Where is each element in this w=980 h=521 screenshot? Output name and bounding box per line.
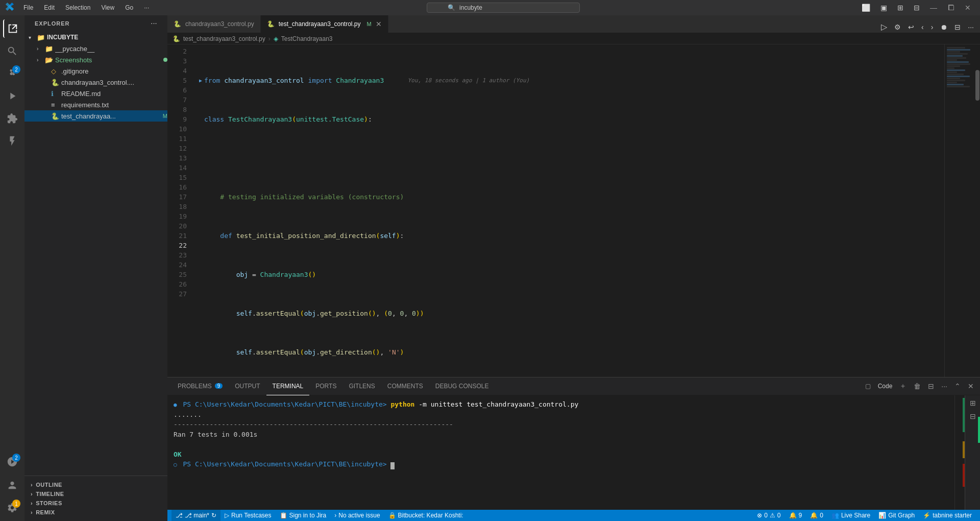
status-sign-in-jira[interactable]: 📋 Sign in to Jira	[276, 510, 331, 521]
folder-arrow-right: ›	[37, 46, 43, 52]
panel-tab-debug-console[interactable]: DEBUG CONSOLE	[429, 377, 495, 395]
menu-file[interactable]: File	[19, 3, 37, 12]
menu-more[interactable]: ···	[140, 3, 153, 12]
activity-run[interactable]	[3, 87, 21, 105]
minimize-button[interactable]: —	[926, 2, 941, 14]
code-line-6: def test_initial_position_and_direction(…	[197, 231, 944, 241]
menu-go[interactable]: Go	[121, 3, 137, 12]
tree-item-gitignore[interactable]: ◇ .gitignore	[24, 65, 167, 77]
status-tabnine[interactable]: ⚡ tabnine starter	[919, 510, 976, 521]
panel-maximize-icon[interactable]: ⌃	[952, 381, 963, 391]
status-run-testcases[interactable]: ▷ Run Testcases	[220, 510, 276, 521]
tree-item-pycache[interactable]: › 📁 __pycache__	[24, 43, 167, 54]
breadcrumb: 🐍 test_chandrayaan3_control.py › ◈ TestC…	[167, 33, 980, 44]
breadcrumb-file[interactable]: test_chandrayaan3_control.py	[183, 35, 265, 42]
menu-edit[interactable]: Edit	[40, 3, 59, 12]
tree-item-screenshots[interactable]: › 📂 Screenshots	[24, 54, 167, 65]
tree-item-requirements[interactable]: ≡ requirements.txt	[24, 99, 167, 110]
status-bitbucket[interactable]: 🔒 Bitbucket: Kedar Koshti:	[384, 510, 468, 521]
panel-tab-problems[interactable]: PROBLEMS 9	[172, 377, 229, 395]
kill-terminal-icon[interactable]: 🗑	[912, 381, 923, 391]
activity-remote[interactable]: 2	[3, 453, 21, 471]
stories-section[interactable]: › STORIES	[24, 499, 167, 508]
tree-item-readme[interactable]: ℹ README.md	[24, 88, 167, 99]
status-errors[interactable]: ⊗ 0 ⚠ 0	[753, 510, 785, 521]
panel-tab-problems-label: PROBLEMS	[178, 383, 212, 390]
activity-search[interactable]	[3, 42, 21, 60]
panel-side-btn-2[interactable]: ⊟	[967, 411, 978, 422]
terminal-line-1: ● PS C:\Users\Kedar\Documents\Kedar\PICT…	[174, 399, 948, 410]
activity-accounts[interactable]	[3, 476, 21, 494]
remix-section[interactable]: › REMIX	[24, 508, 167, 517]
status-live-share[interactable]: 👥 Live Share	[827, 510, 874, 521]
status-no-issue[interactable]: › No active issue	[330, 510, 384, 521]
settings-badge: 1	[12, 500, 20, 508]
sidebar-bottom: › OUTLINE › TIMELINE › STORIES › REMIX	[24, 476, 167, 521]
breadcrumb-class[interactable]: TestChandrayaan3	[281, 35, 333, 42]
maximize-button[interactable]: ⧠	[943, 2, 959, 14]
git-graph-icon: 📊	[878, 512, 886, 519]
menu-selection[interactable]: Selection	[61, 3, 94, 12]
panel-more-icon[interactable]: ···	[939, 381, 949, 391]
menu-view[interactable]: View	[97, 3, 118, 12]
tree-label-test-chandrayaan: test_chandrayaa...	[61, 112, 159, 120]
new-terminal-icon[interactable]: ＋	[897, 381, 909, 392]
forward-icon[interactable]: ›	[929, 22, 936, 32]
editor-scrollbar[interactable]	[975, 44, 980, 377]
panel-tab-output[interactable]: OUTPUT	[229, 377, 266, 395]
blame-line-2: You, 18 seconds ago | 1 author (You)	[394, 76, 529, 85]
outline-section[interactable]: › OUTLINE	[24, 480, 167, 489]
timeline-section[interactable]: › TIMELINE	[24, 489, 167, 499]
close-button[interactable]: ✕	[961, 2, 975, 14]
split-terminal-icon[interactable]: ⊟	[926, 381, 936, 391]
panel-close-icon[interactable]: ✕	[966, 381, 976, 391]
tab-test-chandrayaan3-control[interactable]: 🐍 test_chandrayaan3_control.py M ✕	[261, 15, 388, 33]
tree-root-folder[interactable]: ▾ 📁 INCUBYTE	[24, 32, 167, 43]
layout-toggle-4[interactable]: ⊟	[910, 2, 924, 14]
activity-extensions[interactable]	[3, 109, 21, 128]
tabs-bar: 🐍 chandrayaan3_control.py 🐍 test_chandra…	[167, 15, 980, 33]
panel-side-btn-1[interactable]: ⊞	[967, 397, 978, 409]
warning-icon: ⚠	[770, 512, 775, 519]
panel-content: ● PS C:\Users\Kedar\Documents\Kedar\PICT…	[167, 395, 980, 510]
debug-icon[interactable]: ⚙	[892, 22, 903, 32]
layout-toggle-2[interactable]: ▣	[876, 2, 891, 14]
tab-close-button[interactable]: ✕	[376, 20, 382, 28]
status-bell[interactable]: 🔔 0	[806, 510, 827, 521]
status-branch[interactable]: ⎇ ⎇ main* ↻	[172, 510, 220, 521]
editor-content: 2 3 4 5 6 7 8 9 10 11 12 13 14 15 16 17 …	[167, 44, 980, 377]
command-palette[interactable]: 🔍 incubyte	[427, 3, 580, 13]
activity-settings[interactable]: 1	[3, 499, 21, 517]
undo-icon[interactable]: ↩	[906, 22, 916, 32]
activity-source-control[interactable]: 2	[3, 64, 21, 83]
layout-toggle-3[interactable]: ⊞	[893, 2, 908, 14]
layout-toggle-1[interactable]: ⬜	[857, 2, 874, 14]
tree-item-test-chandrayaan[interactable]: 🐍 test_chandrayaa... M	[24, 110, 167, 122]
scrollbar-thumb[interactable]	[975, 70, 979, 101]
tree-item-chandrayaan3-control[interactable]: 🐍 chandrayaan3_control....	[24, 77, 167, 88]
status-info[interactable]: 🔔 9	[785, 510, 806, 521]
panel-tab-terminal[interactable]: TERMINAL	[266, 377, 310, 395]
split-editor-icon[interactable]: ⊟	[952, 22, 963, 32]
forward-arrow-icon: ›	[334, 512, 336, 519]
gutter-2: ▶	[197, 76, 204, 85]
terminal-cursor	[390, 462, 395, 469]
terminal-line-ok: OK	[174, 449, 948, 460]
activity-explorer[interactable]	[3, 19, 21, 38]
panel-tab-gitlens[interactable]: GITLENS	[342, 377, 381, 395]
panel-scrollbar[interactable]	[954, 395, 965, 510]
panel-tab-comments[interactable]: COMMENTS	[381, 377, 429, 395]
terminal[interactable]: ● PS C:\Users\Kedar\Documents\Kedar\PICT…	[167, 395, 954, 510]
tabs-more[interactable]: ···	[966, 22, 976, 32]
activity-testing[interactable]	[3, 132, 21, 150]
record-icon[interactable]: ⏺	[938, 22, 949, 32]
code-line-4	[197, 153, 944, 163]
tab-chandrayaan3-control[interactable]: 🐍 chandrayaan3_control.py	[167, 15, 261, 33]
sidebar-more[interactable]: ···	[151, 20, 157, 27]
tabs-actions: ▷ ⚙ ↩ ‹ › ⏺ ⊟ ···	[875, 21, 980, 33]
panel-tab-ports[interactable]: PORTS	[309, 377, 342, 395]
code-area[interactable]: ▶ from chandrayaan3_control import Chand…	[193, 44, 944, 377]
back-icon[interactable]: ‹	[919, 22, 926, 32]
status-git-graph[interactable]: 📊 Git Graph	[874, 510, 919, 521]
run-icon[interactable]: ▷	[879, 21, 889, 33]
